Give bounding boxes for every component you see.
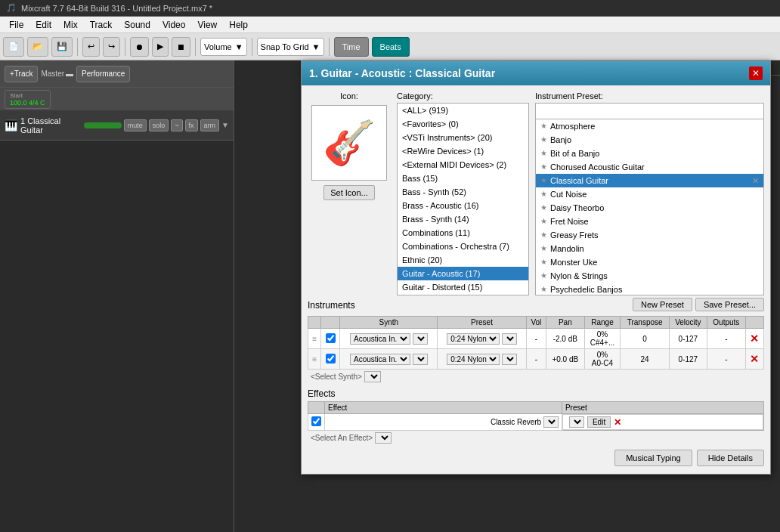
category-item-10[interactable]: Combinations - Orchestra (7) [398, 240, 528, 253]
volume-dropdown[interactable]: Volume ▼ [200, 38, 247, 56]
preset-item-6[interactable]: ★Daisy Theorbo [536, 201, 763, 215]
eq-button[interactable]: ~ [171, 119, 182, 131]
menu-video[interactable]: Video [156, 18, 191, 32]
row-checkbox-0[interactable] [326, 333, 336, 343]
star-icon-9[interactable]: ★ [540, 243, 547, 255]
preset-item-9[interactable]: ★Mandolin [536, 242, 763, 255]
star-icon-4[interactable]: ★ [540, 175, 547, 187]
undo-button[interactable]: ↩ [82, 37, 100, 57]
star-icon-2[interactable]: ★ [540, 147, 547, 159]
fx-button[interactable]: fx [185, 119, 198, 131]
preset-item-4[interactable]: ★Classical Guitar✕ [536, 174, 763, 187]
snap-dropdown[interactable]: Snap To Grid ▼ [257, 38, 324, 56]
preset-list[interactable]: ★Atmosphere★Banjo★Bit of a Banjo★Choruse… [535, 119, 764, 295]
category-item-2[interactable]: <VSTi Instruments> (20) [398, 131, 528, 144]
preset-search[interactable] [535, 103, 764, 119]
new-button[interactable]: 📄 [3, 37, 24, 57]
musical-typing-button[interactable]: Musical Typing [614, 450, 692, 466]
preset-item-5[interactable]: ★Cut Noise [536, 187, 763, 201]
row-check-0[interactable] [321, 329, 340, 349]
synth-arrow-1[interactable] [413, 354, 428, 365]
preset-item-7[interactable]: ★Fret Noise [536, 215, 763, 228]
preset-item-10[interactable]: ★Monster Uke [536, 255, 763, 269]
preset-item-2[interactable]: ★Bit of a Banjo [536, 147, 763, 160]
preset-item-3[interactable]: ★Chorused Acoustic Guitar [536, 160, 763, 174]
eff-name-dropdown-0[interactable] [543, 416, 559, 428]
category-item-3[interactable]: <ReWire Devices> (1) [398, 144, 528, 158]
record-button[interactable]: ⏺ [130, 37, 149, 57]
category-item-6[interactable]: Bass - Synth (52) [398, 185, 528, 199]
stop-button[interactable]: ⏹ [172, 37, 190, 57]
effect-checkbox-0[interactable] [311, 416, 321, 426]
redo-button[interactable]: ↪ [103, 37, 120, 57]
arm-button[interactable]: arm [200, 119, 220, 131]
menu-track[interactable]: Track [84, 18, 119, 32]
dialog-close-button[interactable]: ✕ [749, 66, 763, 80]
solo-button[interactable]: solo [149, 119, 169, 131]
select-synth-dropdown[interactable] [364, 371, 381, 382]
set-icon-button[interactable]: Set Icon... [323, 185, 375, 200]
new-preset-button[interactable]: New Preset [633, 298, 692, 311]
category-item-4[interactable]: <External MIDI Devices> (2) [398, 158, 528, 172]
preset-item-1[interactable]: ★Banjo [536, 133, 763, 147]
time-button[interactable]: Time [334, 37, 369, 57]
synth-select-1[interactable]: Acoustica In... [350, 354, 410, 365]
preset-arrow-0[interactable] [502, 333, 517, 345]
mute-button[interactable]: mute [124, 119, 147, 131]
eff-preset-dropdown-0[interactable] [569, 416, 584, 428]
menu-file[interactable]: File [3, 18, 29, 32]
category-item-1[interactable]: <Favorites> (0) [398, 117, 528, 131]
preset-close-4[interactable]: ✕ [752, 175, 759, 187]
preset-item-12[interactable]: ★Psychedelic Banjos [536, 283, 763, 295]
category-item-9[interactable]: Combinations (11) [398, 226, 528, 240]
star-icon-6[interactable]: ★ [540, 202, 547, 214]
menu-mix[interactable]: Mix [57, 18, 84, 32]
performance-button[interactable]: Performance [76, 66, 130, 82]
category-item-0[interactable]: <ALL> (919) [398, 104, 528, 117]
menu-sound[interactable]: Sound [118, 18, 156, 32]
expand-arrow[interactable]: ▼ [221, 121, 229, 129]
save-button[interactable]: 💾 [51, 37, 73, 57]
preset-item-8[interactable]: ★Greasy Frets [536, 228, 763, 242]
row-checkbox-1[interactable] [326, 354, 336, 363]
preset-item-0[interactable]: ★Atmosphere [536, 119, 763, 133]
row-check-1[interactable] [321, 349, 340, 370]
star-icon-7[interactable]: ★ [540, 215, 547, 227]
volume-slider[interactable] [84, 122, 122, 128]
category-item-14[interactable]: Guitar - Electric (19) [398, 294, 528, 295]
preset-arrow-1[interactable] [502, 354, 517, 365]
star-icon-8[interactable]: ★ [540, 229, 547, 241]
save-preset-button[interactable]: Save Preset... [695, 298, 764, 311]
beats-button[interactable]: Beats [372, 37, 410, 57]
drag-handle-0[interactable]: ≡ [308, 329, 321, 349]
category-item-7[interactable]: Brass - Acoustic (16) [398, 199, 528, 212]
open-button[interactable]: 📂 [27, 37, 48, 57]
synth-arrow-0[interactable] [413, 333, 428, 345]
star-icon-5[interactable]: ★ [540, 188, 547, 200]
star-icon-1[interactable]: ★ [540, 134, 547, 146]
menu-edit[interactable]: Edit [29, 18, 57, 32]
category-item-8[interactable]: Brass - Synth (14) [398, 212, 528, 226]
category-item-13[interactable]: Guitar - Distorted (15) [398, 280, 528, 294]
play-button[interactable]: ▶ [152, 37, 169, 57]
category-item-11[interactable]: Ethnic (20) [398, 253, 528, 267]
menu-help[interactable]: Help [223, 18, 254, 32]
edit-effect-button-0[interactable]: Edit [587, 416, 611, 428]
eff-check-0[interactable] [308, 414, 325, 431]
star-icon-11[interactable]: ★ [540, 270, 547, 282]
category-list[interactable]: <ALL> (919)<Favorites> (0)<VSTi Instrume… [397, 103, 529, 295]
select-effect-dropdown[interactable] [375, 432, 392, 444]
star-icon-12[interactable]: ★ [540, 283, 547, 295]
add-track-button[interactable]: +Track [5, 66, 38, 82]
category-item-5[interactable]: Bass (15) [398, 172, 528, 185]
preset-item-11[interactable]: ★Nylon & Strings [536, 269, 763, 283]
hide-details-button[interactable]: Hide Details [697, 450, 764, 466]
del-button-0[interactable]: ✕ [750, 332, 759, 345]
preset-select-1[interactable]: 0:24 Nylon G... [447, 354, 500, 365]
category-item-12[interactable]: Guitar - Acoustic (17) [398, 267, 528, 280]
star-icon-0[interactable]: ★ [540, 120, 547, 132]
menu-view[interactable]: View [191, 18, 223, 32]
del-effect-button-0[interactable]: ✕ [614, 417, 621, 428]
star-icon-10[interactable]: ★ [540, 256, 547, 268]
star-icon-3[interactable]: ★ [540, 161, 547, 173]
